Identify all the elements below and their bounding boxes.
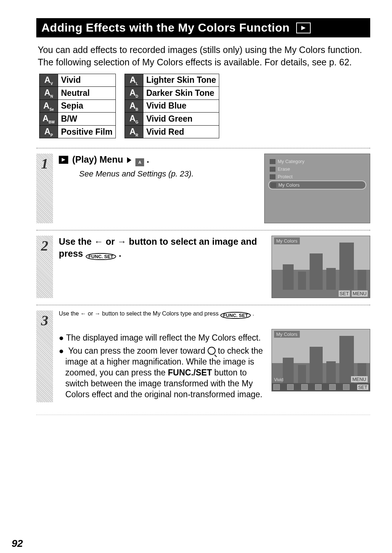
left-arrow-icon: ← [94,236,103,247]
effect-label: Vivid Green [143,113,219,126]
section-title: Adding Effects with the My Colors Functi… [41,21,290,34]
effect-label: Sepia [58,99,116,113]
svg-marker-0 [301,26,306,30]
right-arrow-icon: → [117,236,126,247]
my-colors-menu-icon: A [135,158,144,166]
effect-icon: AR [124,125,143,138]
effect-label: Darker Skin Tone [143,87,219,100]
effect-icon: ABW [40,113,58,126]
effect-label: Vivid [58,74,116,87]
menu-selected-my-colors: My Colors [268,180,366,190]
overlay-menu-label: MENU [351,376,368,382]
effects-table-right: ALLighter Skin Tone ADDarker Skin Tone A… [124,74,220,139]
step-number-badge: 2 [36,236,53,298]
func-set-button-icon: FUNC. SET [86,253,117,260]
effect-icon: AD [124,87,143,100]
effect-picker-bar: SET [272,383,370,391]
screenshot-select-image: My Colors SET MENU [271,236,370,298]
playback-mode-icon [296,23,311,33]
screenshot-play-menu: My Category Erase Protect My Colors [264,154,370,223]
effect-icon: AG [124,113,143,126]
step1-reference: See Menus and Settings (p. 23). [79,168,258,179]
right-arrow-icon: → [95,310,101,317]
effect-icon: AB [124,99,143,113]
screenshot-select-type: My Colors Vivid MENU SET [271,329,370,391]
overlay-effect-name: Vivid [274,377,283,382]
page-number: 92 [12,538,23,549]
step-2: 2 Use the ← or → button to select an ima… [36,230,370,305]
overlay-my-colors-label: My Colors [274,331,300,338]
effect-icon: AV [40,74,58,87]
effect-icon: AP [40,125,58,138]
effect-label: Lighter Skin Tone [143,74,219,87]
bottom-rule [36,415,370,415]
effect-icon: AN [40,87,58,100]
effect-label: Neutral [58,87,116,100]
nav-arrow-icon [127,157,131,163]
effect-label: Vivid Red [143,125,219,138]
effect-label: Positive Film [58,125,116,138]
step3-bullet-2: You can press the zoom lever toward to c… [59,346,265,400]
step1-heading: (Play) Menu A . [59,154,258,166]
step-3: 3 Use the ← or → button to select the My… [36,305,370,402]
intro-paragraph: You can add effects to recorded images (… [38,44,369,69]
effect-icon: ASe [40,99,58,113]
func-set-button-icon: FUNC. SET [220,312,251,319]
section-title-bar: Adding Effects with the My Colors Functi… [36,18,370,37]
overlay-set-menu: SET MENU [338,291,368,296]
effect-icon: AL [124,74,143,87]
play-icon [59,156,68,164]
effect-label: B/W [58,113,116,126]
effect-label: Vivid Blue [143,99,219,113]
step-1: 1 (Play) Menu A . See Menus and Settings… [36,148,370,230]
step-number-badge: 3 [36,310,53,402]
magnify-icon [208,347,216,355]
step-number-badge: 1 [36,154,53,223]
effects-table-left: AVVivid ANNeutral ASeSepia ABWB/W APPosi… [39,74,116,139]
effects-tables: AVVivid ANNeutral ASeSepia ABWB/W APPosi… [39,74,370,139]
overlay-my-colors-label: My Colors [274,237,300,244]
step3-heading: Use the ← or → button to select the My C… [59,310,370,319]
magnify-overlay-icon [361,331,368,337]
step3-bullet-1: The displayed image will reflect the My … [59,333,265,343]
left-arrow-icon: ← [81,310,86,317]
step2-heading: Use the ← or → button to select an image… [59,236,265,260]
